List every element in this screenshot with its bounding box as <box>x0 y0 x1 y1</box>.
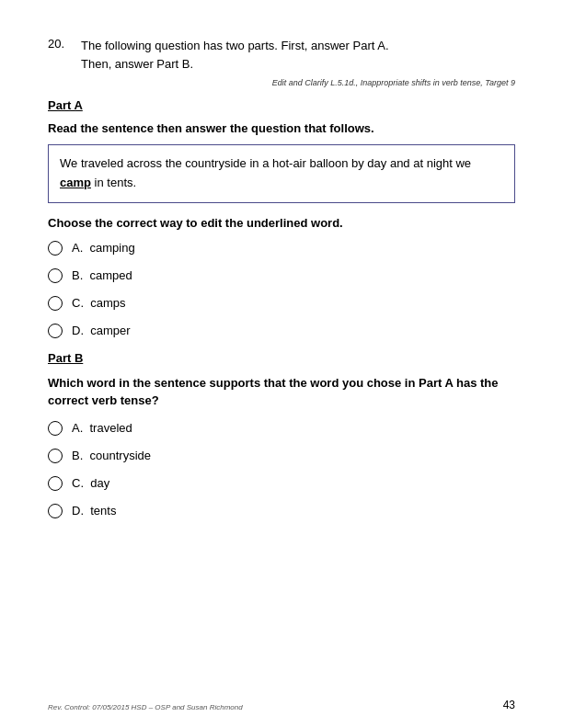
choose-instruction: Choose the correct way to edit the under… <box>48 216 515 230</box>
part-b-question: Which word in the sentence supports that… <box>48 374 515 410</box>
question-line1: The following question has two parts. Fi… <box>81 37 389 55</box>
page: 20. The following question has two parts… <box>0 0 563 728</box>
page-number: 43 <box>503 699 515 711</box>
radio-b-b[interactable] <box>48 449 63 463</box>
question-header: 20. The following question has two parts… <box>48 37 515 73</box>
option-b-d-label: D. tents <box>72 504 116 518</box>
radio-d[interactable] <box>48 324 63 338</box>
page-footer: Rev. Control: 07/05/2015 HSD – OSP and S… <box>0 699 563 711</box>
option-b-label: B. camped <box>72 268 132 282</box>
footer-citation: Rev. Control: 07/05/2015 HSD – OSP and S… <box>48 703 243 711</box>
question-citation: Edit and Clarify L.5.1d., Inappropriate … <box>48 78 515 87</box>
option-b-c-label: C. day <box>72 476 109 490</box>
option-b-c[interactable]: C. day <box>48 476 515 491</box>
part-a-options: A. camping B. camped C. camps D. camper <box>48 241 515 338</box>
option-b-b[interactable]: B. countryside <box>48 449 515 463</box>
option-b-d[interactable]: D. tents <box>48 504 515 518</box>
sentence-text-before: We traveled across the countryside in a … <box>60 156 471 170</box>
option-c[interactable]: C. camps <box>48 296 515 311</box>
radio-b-c[interactable] <box>48 476 63 491</box>
sentence-text-after: in tents. <box>91 176 136 189</box>
radio-c[interactable] <box>48 296 63 311</box>
radio-a[interactable] <box>48 241 63 256</box>
question-line2: Then, answer Part B. <box>81 55 389 74</box>
part-b-options: A. traveled B. countryside C. day D. ten… <box>48 421 515 518</box>
question-number: 20. <box>48 37 74 73</box>
radio-b-d[interactable] <box>48 504 63 518</box>
option-b-b-label: B. countryside <box>72 449 151 462</box>
part-b-label: Part B <box>48 351 515 365</box>
option-d-label: D. camper <box>72 324 131 337</box>
part-a-instruction: Read the sentence then answer the questi… <box>48 121 515 135</box>
sentence-box: We traveled across the countryside in a … <box>48 144 515 203</box>
underlined-word: camp <box>60 176 91 189</box>
part-a-label: Part A <box>48 98 515 112</box>
option-b[interactable]: B. camped <box>48 268 515 283</box>
question-text: The following question has two parts. Fi… <box>81 37 389 73</box>
option-d[interactable]: D. camper <box>48 324 515 338</box>
option-c-label: C. camps <box>72 296 126 310</box>
option-a-label: A. camping <box>72 241 135 255</box>
radio-b[interactable] <box>48 268 63 283</box>
radio-b-a[interactable] <box>48 421 63 436</box>
option-b-a[interactable]: A. traveled <box>48 421 515 436</box>
option-a[interactable]: A. camping <box>48 241 515 256</box>
option-b-a-label: A. traveled <box>72 421 132 435</box>
